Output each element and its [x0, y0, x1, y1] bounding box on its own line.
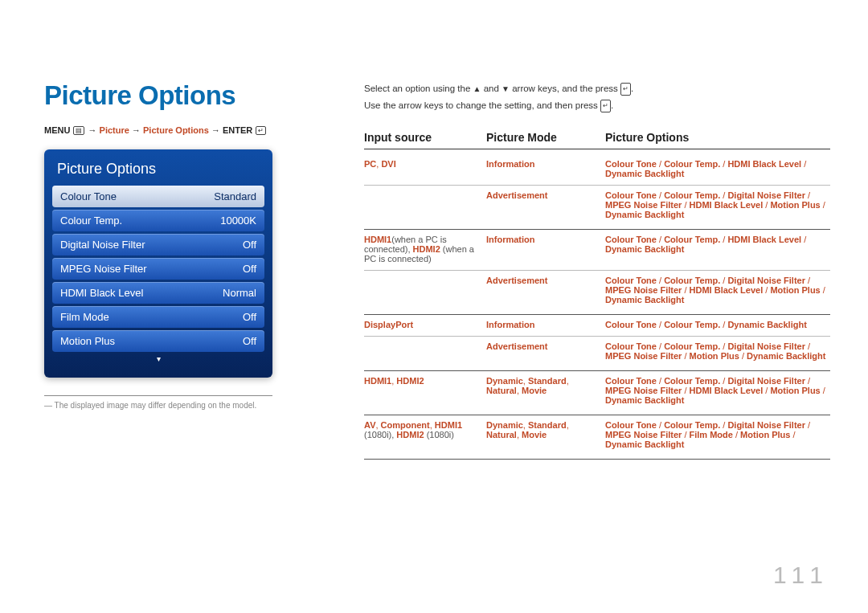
table-row: HDMI1(when a PC is connected), HDMI2 (wh… — [364, 233, 830, 270]
cell-input-source: HDMI1(when a PC is connected), HDMI2 (wh… — [364, 235, 486, 264]
divider — [44, 395, 272, 396]
enter-button-icon: ↵ — [256, 126, 266, 135]
up-arrow-icon: ▲ — [473, 84, 481, 93]
col-input-source: Input source — [364, 131, 486, 144]
table-row: HDMI1, HDMI2Dynamic, Standard, Natural, … — [364, 374, 830, 411]
osd-value: 10000K — [220, 215, 256, 227]
cell-input-source: HDMI1, HDMI2 — [364, 376, 486, 405]
nav-picture: Picture — [100, 125, 129, 135]
osd-label: Colour Temp. — [60, 215, 122, 227]
cell-input-source — [364, 190, 486, 219]
cell-input-source — [364, 276, 486, 304]
osd-label: Digital Noise Filter — [60, 239, 145, 251]
osd-label: Film Mode — [60, 311, 109, 323]
cell-picture-mode: Information — [486, 159, 605, 178]
osd-row[interactable]: Digital Noise FilterOff — [52, 234, 264, 255]
cell-picture-options: Colour Tone / Colour Temp. / HDMI Black … — [605, 159, 830, 178]
cell-picture-options: Colour Tone / Colour Temp. / Digital Noi… — [605, 276, 830, 304]
cell-input-source — [364, 341, 486, 361]
table-group: HDMI1(when a PC is connected), HDMI2 (wh… — [364, 230, 830, 315]
cell-picture-mode: Information — [486, 320, 605, 329]
menu-button-icon: ▤ — [73, 126, 84, 135]
cell-picture-mode: Dynamic, Standard, Natural, Movie — [486, 420, 605, 449]
osd-value: Off — [243, 239, 256, 251]
cell-picture-options: Colour Tone / Colour Temp. / HDMI Black … — [605, 235, 830, 264]
nav-menu: MENU — [44, 125, 70, 135]
nav-picture-options: Picture Options — [143, 125, 209, 135]
cell-picture-mode: Dynamic, Standard, Natural, Movie — [486, 376, 605, 405]
table-row: AdvertisementColour Tone / Colour Temp. … — [364, 336, 830, 367]
cell-picture-options: Colour Tone / Colour Temp. / Dynamic Bac… — [605, 320, 830, 329]
cell-picture-options: Colour Tone / Colour Temp. / Digital Noi… — [605, 376, 830, 405]
osd-row[interactable]: Colour Temp.10000K — [52, 210, 264, 231]
osd-label: MPEG Noise Filter — [60, 263, 147, 275]
options-table: Input source Picture Mode Picture Option… — [364, 131, 830, 460]
page-number: 111 — [773, 562, 828, 589]
cell-picture-mode: Advertisement — [486, 276, 605, 304]
cell-picture-options: Colour Tone / Colour Temp. / Digital Noi… — [605, 190, 830, 219]
osd-panel: Picture Options Colour ToneStandardColou… — [44, 149, 272, 378]
osd-row[interactable]: Film ModeOff — [52, 306, 264, 328]
osd-row[interactable]: HDMI Black LevelNormal — [52, 282, 264, 304]
osd-value: Off — [243, 311, 256, 323]
cell-input-source: DisplayPort — [364, 320, 486, 329]
osd-value: Normal — [223, 287, 256, 299]
enter-button-icon: ↵ — [600, 100, 611, 112]
cell-input-source: PC, DVI — [364, 159, 486, 178]
enter-button-icon: ↵ — [620, 83, 631, 96]
col-picture-mode: Picture Mode — [486, 131, 605, 144]
osd-heading: Picture Options — [52, 157, 264, 186]
osd-label: Colour Tone — [60, 190, 117, 202]
table-group: DisplayPortInformationColour Tone / Colo… — [364, 315, 830, 371]
cell-input-source: AV, Component, HDMI1 (1080i), HDMI2 (108… — [364, 420, 486, 449]
nav-enter: ENTER — [223, 125, 252, 135]
osd-value: Standard — [214, 190, 256, 202]
osd-value: Off — [243, 263, 256, 275]
col-picture-options: Picture Options — [605, 131, 830, 144]
down-arrow-icon: ▼ — [502, 84, 510, 93]
osd-label: Motion Plus — [60, 335, 115, 347]
cell-picture-mode: Information — [486, 235, 605, 264]
table-group: HDMI1, HDMI2Dynamic, Standard, Natural, … — [364, 371, 830, 415]
cell-picture-options: Colour Tone / Colour Temp. / Digital Noi… — [605, 420, 830, 449]
table-row: AV, Component, HDMI1 (1080i), HDMI2 (108… — [364, 419, 830, 456]
table-row: DisplayPortInformationColour Tone / Colo… — [364, 318, 830, 336]
table-row: PC, DVIInformationColour Tone / Colour T… — [364, 157, 830, 185]
osd-label: HDMI Black Level — [60, 287, 143, 299]
cell-picture-options: Colour Tone / Colour Temp. / Digital Noi… — [605, 341, 830, 361]
cell-picture-mode: Advertisement — [486, 190, 605, 219]
osd-value: Off — [243, 335, 256, 347]
osd-row[interactable]: MPEG Noise FilterOff — [52, 258, 264, 280]
cell-picture-mode: Advertisement — [486, 341, 605, 361]
scroll-down-icon: ▾ — [52, 354, 264, 363]
table-row: AdvertisementColour Tone / Colour Temp. … — [364, 270, 830, 311]
osd-row[interactable]: Colour ToneStandard — [52, 186, 264, 207]
instructions: Select an option using the ▲ and ▼ arrow… — [364, 80, 830, 113]
table-group: PC, DVIInformationColour Tone / Colour T… — [364, 154, 830, 230]
osd-row[interactable]: Motion PlusOff — [52, 330, 264, 352]
table-group: AV, Component, HDMI1 (1080i), HDMI2 (108… — [364, 415, 830, 460]
table-row: AdvertisementColour Tone / Colour Temp. … — [364, 185, 830, 226]
